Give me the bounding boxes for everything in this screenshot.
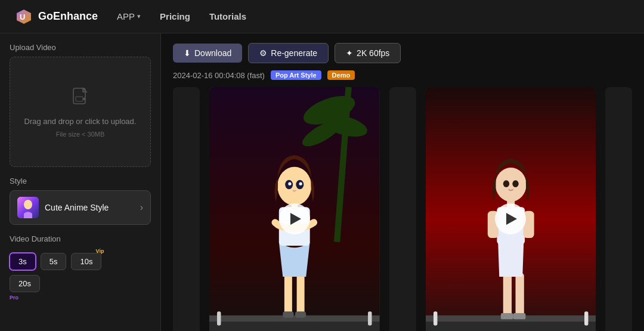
svg-rect-28 [433,311,436,325]
svg-point-23 [288,182,291,185]
svg-rect-32 [500,313,513,319]
play-button-anime[interactable] [279,203,310,234]
svg-rect-30 [503,273,511,316]
style-title: Style [10,177,151,185]
regenerate-label-top: Re-generate [271,48,317,58]
svg-rect-14 [284,273,292,315]
chevron-down-icon: ▾ [137,13,141,20]
duration-10s-wrap: 10s Vip [71,253,101,270]
duration-10s[interactable]: 10s [71,253,101,270]
svg-rect-29 [584,311,588,325]
top-actions: ⬇ Download ⚙ Re-generate ✦ 2K 60fps [173,43,632,63]
logo-icon: U [14,7,33,26]
regenerate-button-top[interactable]: ⚙ Re-generate [248,43,329,63]
logo[interactable]: U GoEnhance [14,7,98,26]
far-right-gap-slot [605,87,632,331]
nav-app[interactable]: APP ▾ [117,11,141,21]
anime-video-slot[interactable] [209,87,380,331]
svg-rect-31 [515,273,524,316]
svg-point-38 [495,168,526,202]
regenerate-icon-top: ⚙ [259,48,267,58]
duration-5s[interactable]: 5s [41,253,67,270]
duration-20s[interactable]: 20s [10,275,40,292]
navbar: U GoEnhance APP ▾ Pricing Tutorials [0,0,644,33]
style-section: Style [10,177,151,225]
style-name: Cute Anime Style [45,203,134,212]
main-layout: Upload Video Drag and drop or click to u… [0,33,644,331]
left-gap-slot [173,87,200,331]
duration-row2: 20s Pro [10,275,151,301]
svg-text:U: U [20,13,25,21]
right-gap-slot [389,87,416,331]
svg-point-20 [277,167,311,206]
download-label-top: Download [194,48,231,58]
duration-buttons: 3s 5s 10s Vip [10,253,151,270]
twok-button-top[interactable]: ✦ 2K 60fps [335,43,401,63]
video-meta: 2024-02-16 00:04:08 (fast) Pop Art Style… [173,70,632,80]
svg-rect-16 [283,311,293,317]
upload-text: Drag and drop or click to upload. [24,117,137,126]
svg-rect-33 [513,313,525,319]
tag-popart: Pop Art Style [271,70,321,80]
duration-section: Video Duration 3s 5s 10s Vip 20s Pro [10,234,151,301]
play-triangle-real-icon [506,213,517,225]
download-icon-top: ⬇ [184,48,191,58]
svg-point-4 [24,200,32,209]
chevron-right-icon: › [140,202,143,213]
svg-point-39 [503,180,509,187]
timestamp: 2024-02-16 00:04:08 (fast) [173,71,265,80]
twok-label-top: 2K 60fps [357,48,389,58]
duration-title: Video Duration [10,234,151,243]
file-video-icon [70,86,91,112]
nav-tutorials[interactable]: Tutorials [209,11,246,21]
upload-hint: File size < 30MB [56,131,105,138]
vip-badge: Vip [96,248,104,254]
play-button-real[interactable] [495,203,526,234]
upload-area[interactable]: Drag and drop or click to upload. File s… [10,57,151,167]
real-video-slot[interactable] [426,87,596,331]
pro-badge: Pro [10,295,18,301]
svg-point-24 [299,182,302,185]
svg-rect-17 [295,311,306,317]
nav-pricing[interactable]: Pricing [160,11,190,21]
upload-title: Upload Video [10,43,151,52]
real-video-preview [426,87,596,331]
play-triangle-icon [290,213,301,225]
svg-rect-12 [217,311,221,325]
brand-name: GoEnhance [38,10,98,23]
svg-rect-15 [297,273,305,315]
tag-demo: Demo [327,70,355,80]
svg-rect-13 [368,311,371,325]
style-thumbnail [17,197,39,218]
upload-section: Upload Video Drag and drop or click to u… [10,43,151,167]
sidebar: Upload Video Drag and drop or click to u… [0,33,161,331]
nav-app-label: APP [117,11,135,21]
svg-point-40 [512,180,518,187]
svg-rect-2 [76,97,83,101]
content-area: ⬇ Download ⚙ Re-generate ✦ 2K 60fps 2024… [161,33,644,331]
duration-3s[interactable]: 3s [10,253,36,270]
twok-icon-top: ✦ [346,48,353,58]
style-selector[interactable]: Cute Anime Style › [10,190,151,225]
video-grid [173,87,632,331]
svg-rect-11 [209,315,380,321]
anime-video-preview [209,87,380,331]
download-button-top[interactable]: ⬇ Download [173,44,242,63]
